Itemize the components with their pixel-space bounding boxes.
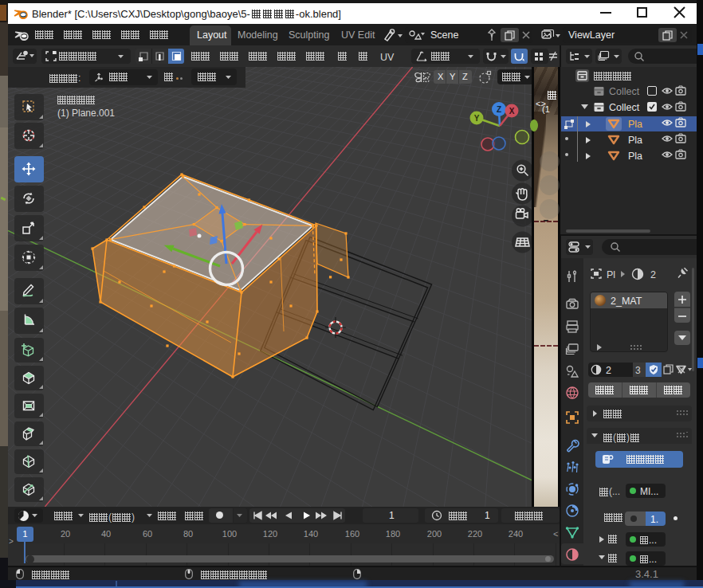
svg-text:Z: Z (497, 105, 501, 114)
svg-text:X: X (509, 107, 515, 116)
svg-text:Y: Y (474, 114, 480, 123)
